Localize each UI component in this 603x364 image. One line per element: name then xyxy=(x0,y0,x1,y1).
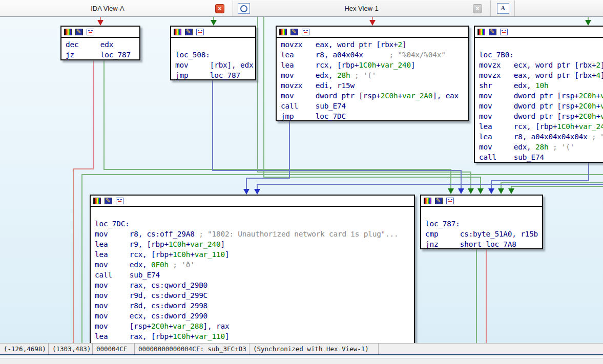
code-line[interactable]: loc_7DC: xyxy=(95,219,414,229)
node-group-icon[interactable] xyxy=(116,198,123,204)
code-line[interactable]: shr edx, 10h xyxy=(479,80,603,91)
code-line[interactable]: jmp loc_7DC xyxy=(281,111,468,121)
code-number: var_110 xyxy=(195,250,225,259)
code-line[interactable]: mov dword ptr [rsp+2C0h+var_2A0], eax xyxy=(281,91,468,101)
code-line[interactable]: mov [rsp+2C0h+var_288], rax xyxy=(95,321,414,331)
code-line[interactable]: lea rcx, [rbp+1C0h+var_240] xyxy=(479,121,603,132)
basic-block-loc_508[interactable]: loc_508:mov [rbx], edxjmp loc_787 xyxy=(170,26,256,80)
code-number: var_240 xyxy=(579,122,603,131)
node-color-icon[interactable] xyxy=(174,29,181,35)
code-text: loc_508: xyxy=(175,51,210,59)
tab-ida-view-a[interactable]: IDA View-A × xyxy=(0,1,233,16)
code-text: loc_787: xyxy=(425,220,460,228)
code-line[interactable]: jmp loc_787 xyxy=(175,70,255,80)
code-line[interactable]: lea rax, [rbp+1C0h+var_110] xyxy=(95,331,414,341)
code-line[interactable]: lea r8, a04x04x04x04x ; "%04x/%04x/%04x/… xyxy=(479,132,603,142)
code-text: mov rax, cs:qword_29B0 xyxy=(95,281,207,289)
tab-hex-view-1[interactable]: Hex View-1 × xyxy=(234,1,491,16)
code-line[interactable]: call sub_E74 xyxy=(95,270,414,280)
code-line[interactable]: jz loc_787 xyxy=(66,50,139,60)
flow-edge-green xyxy=(257,17,258,172)
code-line[interactable]: mov ecx, cs:dword_2990 xyxy=(95,311,414,321)
node-group-icon[interactable] xyxy=(87,29,94,35)
node-color-icon[interactable] xyxy=(93,198,101,204)
code-line[interactable]: loc_787: xyxy=(425,219,542,229)
code-line[interactable]: mov [rbx], edx xyxy=(175,60,255,70)
close-icon[interactable]: × xyxy=(215,4,224,13)
code-line[interactable]: movzx edi, r15w xyxy=(281,80,468,91)
flow-edge-blue xyxy=(588,163,589,181)
code-line[interactable]: jnz short loc_7A8 xyxy=(425,239,542,249)
bottom-fill xyxy=(0,359,603,364)
code-line[interactable]: mov edx, 28h ; '(' xyxy=(281,70,468,80)
code-text: lea rcx, [rbp+ xyxy=(479,122,557,131)
code-text: mov edx, xyxy=(95,261,151,269)
node-edit-icon[interactable] xyxy=(290,29,298,35)
code-line[interactable]: mov dword ptr [rsp+2C0h+var_298], edx xyxy=(479,91,603,101)
basic-block-loc_7DC[interactable]: loc_7DC:mov r8, cs:off_29A8 ; "1802: Una… xyxy=(90,195,415,352)
code-line[interactable]: lea rcx, [rbp+1C0h+var_240] xyxy=(281,60,468,70)
block-code: loc_7DC:mov r8, cs:off_29A8 ; "1802: Una… xyxy=(91,207,414,352)
code-text: mov r8d, cs:dword_2998 xyxy=(95,302,207,310)
code-line[interactable]: call sub_E74 xyxy=(479,152,603,162)
node-edit-icon[interactable] xyxy=(435,198,443,204)
code-line[interactable]: mov edx, 0F0h ; 'ð' xyxy=(95,260,414,270)
code-line[interactable]: lea r8, a04x04x ; "%04x/%04x" xyxy=(281,50,468,60)
code-line[interactable]: lea r9, [rbp+1C0h+var_240] xyxy=(95,239,414,249)
basic-block-dec-edx[interactable]: dec edxjz loc_787 xyxy=(60,26,140,60)
node-color-icon[interactable] xyxy=(424,198,431,204)
code-line[interactable] xyxy=(175,39,255,50)
basic-block-printf-04x04x[interactable]: movzx eax, word ptr [rbx+2]lea r8, a04x0… xyxy=(276,26,469,121)
block-title-bar xyxy=(421,196,542,207)
code-line[interactable]: loc_508: xyxy=(175,50,255,60)
flow-edge-green xyxy=(501,182,603,183)
code-line[interactable]: mov edx, 28h ; '(' xyxy=(479,142,603,152)
edge-arrowhead-blue xyxy=(458,188,464,194)
code-line[interactable]: movzx ecx, word ptr [rbx+2] xyxy=(479,60,603,70)
code-line[interactable]: mov r9d, cs:dword_299C xyxy=(95,290,414,301)
code-number: 28h xyxy=(337,71,350,79)
code-text: + xyxy=(596,112,600,120)
code-line[interactable] xyxy=(95,208,414,219)
code-text: jmp loc_787 xyxy=(175,71,240,79)
bottom-strip xyxy=(0,355,603,358)
structures-icon[interactable]: A xyxy=(497,3,509,14)
code-line[interactable]: loc_7B0: xyxy=(479,50,603,60)
basic-block-loc_787[interactable]: loc_787:cmp cs:byte_51A0, r15bjnz short … xyxy=(420,195,543,249)
code-line[interactable]: mov dword ptr [rsp+2C0h+var_29C], eax xyxy=(479,101,603,111)
node-edit-icon[interactable] xyxy=(489,29,496,35)
code-line[interactable]: call sub_E74 xyxy=(281,101,468,111)
code-text: movzx ecx, word ptr [rbx+ xyxy=(479,61,596,69)
node-group-icon[interactable] xyxy=(302,29,309,35)
code-line[interactable]: mov r8, cs:off_29A8 ; "1802: Unauthorize… xyxy=(95,229,414,239)
node-group-icon[interactable] xyxy=(196,29,204,35)
close-icon[interactable]: × xyxy=(473,4,482,13)
code-line[interactable]: mov dword ptr [rsp+2C0h+var_2A0], ecx xyxy=(479,111,603,121)
node-group-icon[interactable] xyxy=(446,198,454,204)
node-edit-icon[interactable] xyxy=(185,29,193,35)
code-line[interactable] xyxy=(425,208,542,219)
code-line[interactable]: mov r8d, cs:dword_2998 xyxy=(95,301,414,311)
code-number: 1C0h xyxy=(557,122,574,131)
code-line[interactable]: lea rcx, [rbp+1C0h+var_110] xyxy=(95,249,414,260)
code-line[interactable]: mov rax, cs:qword_29B0 xyxy=(95,280,414,290)
node-edit-icon[interactable] xyxy=(75,29,83,35)
node-edit-icon[interactable] xyxy=(105,198,112,204)
code-line[interactable] xyxy=(479,39,603,50)
code-line[interactable]: cmp cs:byte_51A0, r15b xyxy=(425,229,542,239)
code-line[interactable]: movzx eax, word ptr [rbx+4] xyxy=(479,70,603,80)
edge-arrowhead-blue xyxy=(243,189,249,195)
node-color-icon[interactable] xyxy=(477,29,485,35)
code-line[interactable]: dec edx xyxy=(66,39,139,50)
node-group-icon[interactable] xyxy=(500,29,508,35)
code-number: 2 xyxy=(596,61,600,69)
basic-block-loc_7B0[interactable]: loc_7B0:movzx ecx, word ptr [rbx+2]movzx… xyxy=(474,26,603,163)
hex-view-icon[interactable] xyxy=(238,3,250,14)
node-color-icon[interactable] xyxy=(64,29,72,35)
flow-edge-blue xyxy=(246,178,247,189)
code-text: ] xyxy=(225,332,229,340)
code-text: lea r8, a04x04x04x04x xyxy=(479,133,588,141)
code-line[interactable]: movzx eax, word ptr [rbx+2] xyxy=(281,39,468,50)
tab-structures[interactable]: A xyxy=(491,1,515,16)
node-color-icon[interactable] xyxy=(279,29,287,35)
